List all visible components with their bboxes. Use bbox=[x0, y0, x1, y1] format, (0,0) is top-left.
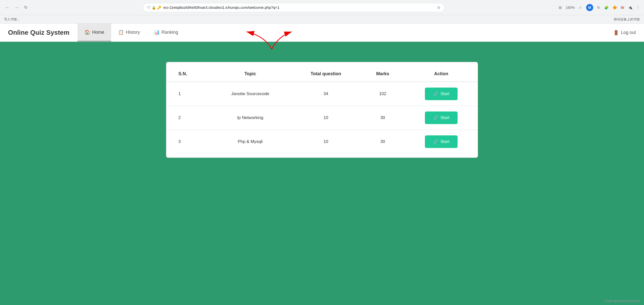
import-bookmarks[interactable]: 导入书签... bbox=[4, 17, 20, 22]
navbar-items: 🏠 Home 📋 History 📊 Ranking bbox=[77, 24, 185, 42]
table-body: 1 Janobe Sourcecode 34 102 🔗 Start 2 bbox=[166, 82, 478, 154]
start-label-1: Start bbox=[440, 91, 450, 96]
cell-action-1: 🔗 Start bbox=[405, 82, 478, 106]
extension-icon[interactable]: 🧩 bbox=[604, 6, 609, 10]
nav-ranking-label: Ranking bbox=[162, 30, 178, 35]
browser-nav-buttons: ← → ↻ bbox=[4, 4, 29, 11]
col-topic: Topic bbox=[210, 66, 291, 82]
table-header: S.N. Topic Total question Marks Action bbox=[166, 66, 478, 82]
history-icon[interactable]: ↻ bbox=[597, 6, 600, 10]
refresh-button[interactable]: ↻ bbox=[22, 4, 29, 11]
history-nav-icon: 📋 bbox=[118, 29, 124, 35]
cell-topic-2: Ip Networking bbox=[210, 106, 291, 130]
start-label-3: Start bbox=[440, 139, 450, 144]
cell-topic-1: Janobe Sourcecode bbox=[210, 82, 291, 106]
col-sn: S.N. bbox=[166, 66, 210, 82]
extension4-icon[interactable]: 🔌 bbox=[628, 6, 632, 10]
bookmarks-bar: 导入书签... 移动设备上的书签 bbox=[0, 15, 644, 24]
site-brand: Online Quiz System bbox=[8, 24, 77, 42]
start-label-2: Start bbox=[440, 115, 450, 120]
col-total-question: Total question bbox=[291, 66, 361, 82]
header-row: S.N. Topic Total question Marks Action bbox=[166, 66, 478, 82]
table-row: 3 Php & Mysqli 10 30 🔗 Start bbox=[166, 130, 478, 154]
nav-home-label: Home bbox=[92, 30, 104, 35]
profile-icon[interactable]: M bbox=[586, 4, 593, 11]
start-button-3[interactable]: 🔗 Start bbox=[425, 135, 458, 148]
nav-home[interactable]: 🏠 Home bbox=[77, 24, 111, 42]
menu-icon[interactable]: ⋮ bbox=[636, 6, 640, 10]
cell-marks-3: 30 bbox=[361, 130, 405, 154]
bookmark-star-icon[interactable]: ☆ bbox=[437, 5, 440, 10]
address-bar[interactable]: 🛡 🔒 🔑 eci-2zeiqdtozk9he50hvar3.cloudeci1… bbox=[143, 3, 445, 12]
arrow-annotation bbox=[226, 29, 302, 54]
qr-icon[interactable]: ⊞ bbox=[559, 6, 562, 10]
star-icon[interactable]: ☆ bbox=[579, 6, 582, 10]
start-icon-3: 🔗 bbox=[433, 139, 438, 144]
back-button[interactable]: ← bbox=[4, 4, 11, 11]
quiz-table-container: S.N. Topic Total question Marks Action 1… bbox=[166, 62, 478, 158]
navbar: Online Quiz System 🏠 Home 📋 History 📊 Ra… bbox=[0, 24, 644, 42]
browser-right-controls: ⊞ 160% ☆ M ↻ 🧩 🔶 W 🔌 ⋮ bbox=[559, 4, 640, 11]
key-icon: 🔑 bbox=[157, 6, 161, 10]
cell-marks-2: 30 bbox=[361, 106, 405, 130]
home-icon: 🏠 bbox=[85, 29, 90, 35]
table-row: 2 Ip Networking 10 30 🔗 Start bbox=[166, 106, 478, 130]
quiz-table: S.N. Topic Total question Marks Action 1… bbox=[166, 66, 478, 154]
start-icon-2: 🔗 bbox=[433, 115, 438, 121]
cell-sn-2: 2 bbox=[166, 106, 210, 130]
ranking-icon: 📊 bbox=[154, 29, 159, 35]
zoom-level: 160% bbox=[566, 6, 575, 10]
logout-label: Log out bbox=[621, 30, 636, 35]
col-action: Action bbox=[405, 66, 478, 82]
cell-action-2: 🔗 Start bbox=[405, 106, 478, 130]
cell-topic-3: Php & Mysqli bbox=[210, 130, 291, 154]
browser-chrome: ← → ↻ 🛡 🔒 🔑 eci-2zeiqdtozk9he50hvar3.clo… bbox=[0, 0, 644, 15]
forward-button[interactable]: → bbox=[13, 4, 20, 11]
nav-ranking[interactable]: 📊 Ranking bbox=[147, 24, 185, 42]
url-text[interactable]: eci-2zeiqdtozk9he50hvar3.cloudeci1.ichun… bbox=[163, 5, 435, 10]
mobile-bookmarks: 移动设备上的书签 bbox=[614, 17, 640, 22]
lock-icon: 🔒 bbox=[152, 6, 156, 10]
logout-icon: 🚪 bbox=[613, 30, 619, 35]
cell-sn-1: 1 bbox=[166, 82, 210, 106]
cell-action-3: 🔗 Start bbox=[405, 130, 478, 154]
start-button-1[interactable]: 🔗 Start bbox=[425, 88, 458, 100]
logout-button[interactable]: 🚪 Log out bbox=[613, 24, 636, 42]
table-row: 1 Janobe Sourcecode 34 102 🔗 Start bbox=[166, 82, 478, 106]
footer-note: CSDN @MONSTERinCAT bbox=[604, 299, 640, 303]
col-marks: Marks bbox=[361, 66, 405, 82]
security-icons: 🛡 🔒 🔑 bbox=[147, 6, 161, 10]
main-content: S.N. Topic Total question Marks Action 1… bbox=[0, 42, 644, 305]
shield-icon: 🛡 bbox=[147, 6, 151, 10]
nav-history-label: History bbox=[126, 30, 140, 35]
cell-questions-1: 34 bbox=[291, 82, 361, 106]
start-icon-1: 🔗 bbox=[433, 91, 438, 97]
cell-questions-3: 10 bbox=[291, 130, 361, 154]
extension3-icon[interactable]: W bbox=[621, 6, 624, 10]
start-button-2[interactable]: 🔗 Start bbox=[425, 111, 458, 124]
extension2-icon[interactable]: 🔶 bbox=[613, 6, 617, 10]
url-content: eci-2zeiqdtozk9he50hvar3.cloudeci1.ichun… bbox=[163, 5, 279, 10]
nav-history[interactable]: 📋 History bbox=[111, 24, 147, 42]
cell-marks-1: 102 bbox=[361, 82, 405, 106]
cell-sn-3: 3 bbox=[166, 130, 210, 154]
cell-questions-2: 10 bbox=[291, 106, 361, 130]
